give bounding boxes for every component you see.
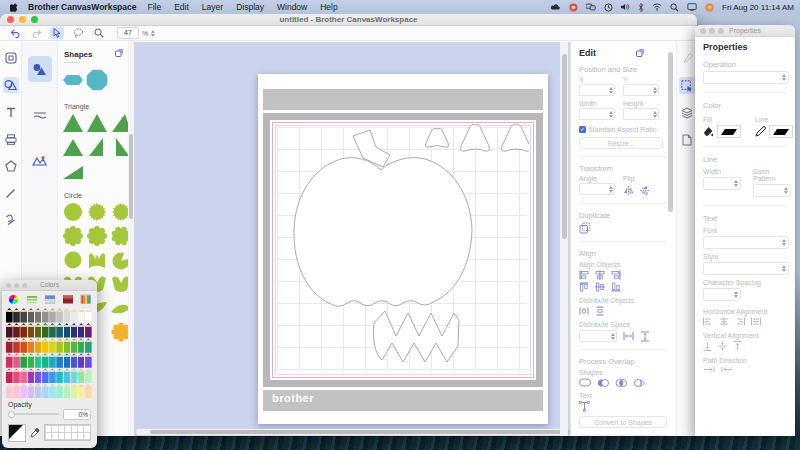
text-align-bottom-icon[interactable] — [703, 341, 712, 351]
pencil-color[interactable] — [64, 338, 71, 353]
detach-panel-icon[interactable] — [115, 49, 123, 57]
pencil-color[interactable] — [13, 308, 20, 323]
pencil-color[interactable] — [78, 308, 85, 323]
align-center-h-icon[interactable] — [595, 270, 605, 280]
distribute-space-input[interactable] — [579, 330, 617, 342]
width-input[interactable] — [579, 108, 615, 120]
shape-burst-circle[interactable] — [86, 201, 108, 223]
pencils-icon[interactable] — [80, 294, 91, 304]
pencil-color[interactable] — [71, 368, 78, 383]
menu-item[interactable]: Help — [320, 2, 337, 12]
pencil-color[interactable] — [42, 308, 49, 323]
angle-input[interactable] — [579, 183, 615, 195]
pencil-color[interactable] — [49, 383, 56, 398]
pencil-color[interactable] — [6, 338, 13, 353]
pencil-color[interactable] — [56, 308, 63, 323]
pencil-color[interactable] — [49, 308, 56, 323]
shape-triangle[interactable] — [62, 136, 84, 158]
display-icon[interactable] — [687, 3, 697, 11]
polygon-tool[interactable] — [3, 158, 19, 174]
line-color-swatch[interactable] — [769, 125, 793, 138]
pencil-color[interactable] — [42, 353, 49, 368]
menu-item[interactable]: Edit — [174, 2, 189, 12]
pencil-color[interactable] — [85, 353, 92, 368]
lasso-tool-button[interactable] — [71, 27, 85, 39]
font-select[interactable] — [703, 236, 789, 249]
distribute-h-icon[interactable] — [579, 306, 589, 316]
shape-v-notch[interactable] — [86, 249, 108, 271]
pencil-color[interactable] — [35, 308, 42, 323]
shape-flower[interactable] — [86, 225, 108, 247]
intersect-icon[interactable] — [615, 378, 627, 388]
pencil-color[interactable] — [64, 383, 71, 398]
saved-swatches-grid[interactable] — [44, 424, 91, 441]
pencil-color[interactable] — [6, 383, 13, 398]
align-middle-v-icon[interactable] — [595, 282, 605, 292]
path-direction-rtl-icon[interactable] — [721, 366, 733, 373]
cloud-icon[interactable] — [550, 3, 561, 11]
photos-icon[interactable] — [569, 3, 578, 12]
curve-tool[interactable] — [3, 212, 19, 228]
path-direction-ltr-icon[interactable] — [703, 366, 715, 373]
tab-edit[interactable] — [679, 77, 696, 94]
menu-item[interactable]: Window — [277, 2, 307, 12]
text-to-shape-icon[interactable] — [579, 401, 590, 412]
pencil-color[interactable] — [6, 308, 13, 323]
pattern-tool[interactable] — [3, 131, 19, 147]
pencil-color[interactable] — [13, 368, 20, 383]
pencil-color[interactable] — [71, 383, 78, 398]
pencil-color[interactable] — [13, 338, 20, 353]
shape-tulip[interactable] — [110, 273, 128, 295]
pencil-color[interactable] — [28, 353, 35, 368]
pencil-color[interactable] — [28, 383, 35, 398]
colors-titlebar[interactable]: Colors — [2, 280, 97, 291]
height-input[interactable] — [623, 108, 659, 120]
pencil-color[interactable] — [78, 323, 85, 338]
color-wheel-icon[interactable] — [8, 294, 19, 304]
pencil-color[interactable] — [49, 338, 56, 353]
subtract-icon[interactable] — [597, 378, 609, 388]
shape-circle[interactable] — [62, 201, 84, 223]
menu-item[interactable]: Layer — [202, 2, 223, 12]
pencil-color[interactable] — [28, 368, 35, 383]
pencil-color[interactable] — [78, 368, 85, 383]
align-bottom-icon[interactable] — [611, 282, 621, 292]
pencil-color[interactable] — [6, 368, 13, 383]
flip-vertical-icon[interactable] — [640, 185, 649, 196]
pencil-color[interactable] — [20, 383, 27, 398]
pencil-color[interactable] — [71, 323, 78, 338]
char-spacing-input[interactable] — [703, 288, 741, 301]
pencil-color[interactable] — [64, 308, 71, 323]
space-h-icon[interactable] — [623, 331, 634, 341]
minimize-traffic-button[interactable] — [19, 16, 26, 23]
pattern-category[interactable] — [28, 148, 52, 174]
zoom-level-input[interactable]: 47 — [117, 27, 139, 39]
pencil-color[interactable] — [35, 383, 42, 398]
pencil-color[interactable] — [71, 338, 78, 353]
tab-artboard[interactable] — [679, 131, 696, 148]
fill-bucket-icon[interactable] — [703, 126, 714, 137]
pencil-color[interactable] — [49, 353, 56, 368]
style-select[interactable] — [703, 262, 789, 275]
text-align-middle-icon[interactable] — [718, 341, 727, 351]
pencil-color[interactable] — [20, 338, 27, 353]
pencil-color[interactable] — [85, 383, 92, 398]
menu-item[interactable]: Display — [236, 2, 264, 12]
opacity-slider[interactable] — [8, 413, 59, 415]
shape-triangle-lean[interactable] — [110, 112, 128, 134]
opacity-slider-thumb[interactable] — [8, 411, 15, 418]
shape-octagon[interactable] — [86, 69, 108, 91]
shape-flower[interactable] — [110, 225, 128, 247]
spectrum-icon[interactable] — [62, 294, 73, 304]
shape-triangle[interactable] — [86, 112, 108, 134]
pencil-color[interactable] — [56, 368, 63, 383]
palette-icon[interactable] — [44, 294, 55, 304]
pencil-color[interactable] — [56, 353, 63, 368]
artboard-tool[interactable] — [3, 50, 19, 66]
pencil-color[interactable] — [64, 353, 71, 368]
space-v-icon[interactable] — [640, 331, 650, 342]
shape-right-triangle-mirror[interactable] — [110, 136, 128, 158]
zoom-traffic-button[interactable] — [31, 16, 38, 23]
text-justify-icon[interactable] — [751, 317, 761, 326]
menu-clock[interactable]: Fri Aug 20 11:14 AM — [722, 3, 794, 12]
